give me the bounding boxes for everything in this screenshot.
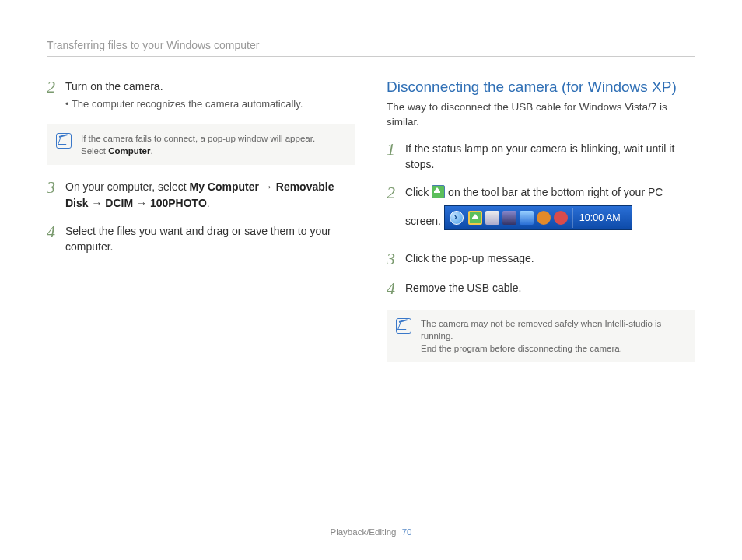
step-number: 2 xyxy=(47,79,58,112)
right-step-4: 4 Remove the USB cable. xyxy=(387,280,695,297)
note-line-1: The camera may not be removed safely whe… xyxy=(421,319,661,341)
step-text: Turn on the camera. xyxy=(65,80,163,93)
note-text: The camera may not be removed safely whe… xyxy=(421,317,686,355)
left-step-2: 2 Turn on the camera. • The computer rec… xyxy=(47,79,355,112)
taskbar-expand-icon[interactable] xyxy=(450,211,464,225)
left-column: 2 Turn on the camera. • The computer rec… xyxy=(47,79,355,376)
note-line-2: End the program before disconnecting the… xyxy=(421,344,622,353)
step-number: 4 xyxy=(387,280,397,297)
taskbar-tray-icon[interactable] xyxy=(554,211,568,225)
t: → xyxy=(89,197,106,209)
note-icon xyxy=(56,133,72,149)
note-box-intellistudio: The camera may not be removed safely whe… xyxy=(387,310,695,362)
step-bullet: • The computer recognizes the camera aut… xyxy=(65,97,355,112)
right-step-3: 3 Click the pop-up message. xyxy=(387,250,695,268)
step-text: Remove the USB cable. xyxy=(405,280,695,297)
right-column: Disconnecting the camera (for Windows XP… xyxy=(387,79,695,376)
path-dcim: DCIM xyxy=(105,197,133,209)
path-my-computer: My Computer xyxy=(190,180,259,193)
step-number: 4 xyxy=(47,223,58,255)
left-step-4: 4 Select the files you want and drag or … xyxy=(47,223,355,255)
t: . xyxy=(207,197,210,209)
step-text: Click the pop-up message. xyxy=(405,250,695,268)
step-text: On your computer, select My Computer → R… xyxy=(65,179,355,211)
taskbar-tray-icon[interactable] xyxy=(502,211,516,225)
right-step-1: 1 If the status lamp on your camera is b… xyxy=(387,141,695,173)
page-footer: Playback/Editing 70 xyxy=(0,527,742,537)
t: Click xyxy=(405,186,432,198)
note-line-2-bold: Computer xyxy=(108,146,150,156)
footer-section: Playback/Editing xyxy=(330,527,396,537)
note-line-1: If the camera fails to connect, a pop-up… xyxy=(81,134,315,143)
right-step-2: 2 Click on the tool bar at the bottom ri… xyxy=(387,184,695,237)
taskbar-clock: 10:00 AM xyxy=(578,211,632,225)
left-step-3: 3 On your computer, select My Computer →… xyxy=(47,179,355,211)
note-line-2-pre: Select xyxy=(81,146,108,156)
step-number: 3 xyxy=(387,250,397,268)
note-line-2-post: . xyxy=(150,146,152,156)
page-header: Transferring files to your Windows compu… xyxy=(47,39,695,57)
taskbar-tray-icon[interactable] xyxy=(485,211,499,225)
note-text: If the camera fails to connect, a pop-up… xyxy=(81,132,315,157)
step-number: 2 xyxy=(387,184,397,237)
t: → xyxy=(133,197,150,209)
step-text: If the status lamp on your camera is bli… xyxy=(405,141,695,173)
taskbar-screenshot: 10:00 AM xyxy=(444,205,632,230)
taskbar-tray-icon[interactable] xyxy=(520,211,534,225)
step-text: Select the files you want and drag or sa… xyxy=(65,223,355,255)
note-icon xyxy=(396,318,411,334)
taskbar-safely-remove-icon[interactable] xyxy=(468,211,482,225)
step-number: 3 xyxy=(47,179,58,211)
section-subtitle: The way to disconnect the USB cable for … xyxy=(387,100,695,130)
step-text: Click on the tool bar at the bottom righ… xyxy=(405,184,695,237)
path-100photo: 100PHOTO xyxy=(150,197,207,209)
taskbar-divider xyxy=(572,208,573,228)
safely-remove-icon xyxy=(432,185,445,198)
t: → xyxy=(259,180,276,193)
note-box-connect: If the camera fails to connect, a pop-up… xyxy=(47,124,355,165)
footer-page-number: 70 xyxy=(402,527,412,537)
t: On your computer, select xyxy=(65,180,190,193)
section-title: Disconnecting the camera (for Windows XP… xyxy=(387,79,695,96)
step-number: 1 xyxy=(387,141,397,173)
taskbar-volume-icon[interactable] xyxy=(537,211,551,225)
